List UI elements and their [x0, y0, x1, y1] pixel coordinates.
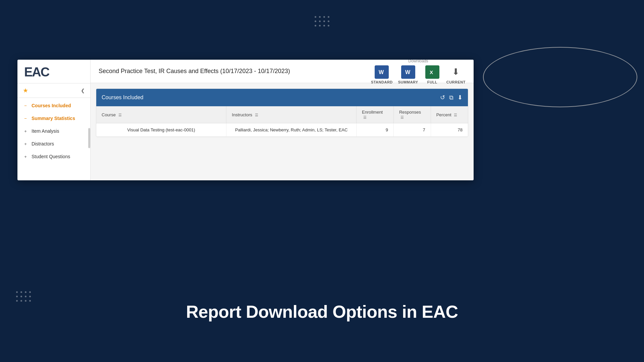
expand-icon: −: [23, 116, 28, 121]
column-header-responses: Responses ☰: [393, 106, 431, 123]
sidebar-item-label: Summary Statistics: [32, 116, 75, 121]
sidebar-logo-area: EAC: [17, 60, 90, 83]
svg-text:X: X: [430, 69, 433, 75]
download-table-icon[interactable]: ⬇: [458, 94, 463, 101]
app-window: EAC ★ ❮ − Courses Included − Summary Sta…: [17, 60, 474, 180]
main-header: Second Practice Test, IR Causes and Effe…: [91, 60, 474, 83]
external-link-icon[interactable]: ⧉: [449, 94, 453, 101]
download-full-button[interactable]: X FULL: [424, 65, 441, 84]
sidebar-item-label: Student Questions: [32, 154, 70, 159]
column-header-instructors: Instructors ☰: [226, 106, 357, 123]
download-standard-button[interactable]: W STANDARD: [371, 65, 393, 84]
cell-percent: 78: [431, 123, 468, 137]
table-header-bar: Courses Included ↺ ⧉ ⬇: [96, 89, 468, 106]
sort-icon-instructors[interactable]: ☰: [255, 113, 258, 117]
sidebar-item-distractors[interactable]: + Distractors: [17, 137, 90, 150]
courses-table: Course ☰ Instructors ☰ Enrollment ☰: [96, 106, 468, 137]
collapse-icon[interactable]: ❮: [81, 88, 85, 93]
column-header-enrollment: Enrollment ☰: [357, 106, 394, 123]
sort-icon-course[interactable]: ☰: [118, 113, 122, 117]
sidebar-item-item-analysis[interactable]: + Item Analysis: [17, 125, 90, 137]
sidebar-item-label: Item Analysis: [32, 128, 59, 134]
cell-enrollment: 9: [357, 123, 394, 137]
download-current-icon: ⬇: [449, 65, 463, 79]
refresh-icon[interactable]: ↺: [440, 94, 445, 101]
expand-icon: +: [23, 141, 28, 146]
sort-icon-percent[interactable]: ☰: [454, 113, 457, 117]
column-header-percent: Percent ☰: [431, 106, 468, 123]
bottom-left-dot-decoration: [16, 291, 31, 302]
sidebar-item-courses-included[interactable]: − Courses Included: [17, 99, 90, 112]
cell-instructors: Palliardi, Jessica; Newberry, Ruth; Admi…: [226, 123, 357, 137]
expand-icon: +: [23, 129, 28, 134]
download-buttons: W STANDARD W SUMMARY: [371, 65, 466, 84]
sidebar-item-student-questions[interactable]: + Student Questions: [17, 150, 90, 163]
top-dot-decoration: [315, 16, 329, 26]
cell-responses: 7: [393, 123, 431, 137]
expand-icon: +: [23, 154, 28, 159]
sort-icon-responses[interactable]: ☰: [400, 115, 404, 120]
excel-full-icon: X: [425, 65, 439, 79]
column-header-course: Course ☰: [96, 106, 226, 123]
download-current-button[interactable]: ⬇ CURRENT: [446, 65, 466, 84]
logo: EAC: [24, 66, 49, 78]
word-standard-icon: W: [375, 65, 389, 79]
sidebar-item-label: Distractors: [32, 141, 54, 146]
courses-table-container: Courses Included ↺ ⧉ ⬇ Course ☰: [96, 88, 468, 137]
table-row: Visual Data Testing (test-eac-0001) Pall…: [96, 123, 468, 137]
downloads-section: Downloads W STANDARD: [371, 60, 466, 84]
main-content: Second Practice Test, IR Causes and Effe…: [91, 60, 474, 180]
expand-icon: −: [23, 103, 28, 108]
svg-text:W: W: [379, 69, 384, 75]
sidebar-top-icons: ★ ❮: [17, 83, 90, 98]
table-title: Courses Included: [102, 95, 440, 101]
sidebar-item-label: Courses Included: [32, 103, 71, 108]
bottom-title: Report Download Options in EAC: [0, 302, 644, 322]
sort-icon-enrollment[interactable]: ☰: [363, 115, 367, 120]
downloads-label: Downloads: [408, 60, 428, 63]
page-title: Second Practice Test, IR Causes and Effe…: [99, 68, 290, 75]
table-actions: ↺ ⧉ ⬇: [440, 94, 463, 101]
svg-text:W: W: [405, 69, 411, 75]
download-summary-button[interactable]: W SUMMARY: [398, 65, 418, 84]
sidebar-nav: − Courses Included − Summary Statistics …: [17, 98, 90, 180]
sidebar: EAC ★ ❮ − Courses Included − Summary Sta…: [17, 60, 91, 180]
word-summary-icon: W: [401, 65, 415, 79]
oval-annotation: [483, 47, 637, 107]
sidebar-item-summary-statistics[interactable]: − Summary Statistics: [17, 112, 90, 125]
star-icon[interactable]: ★: [23, 87, 28, 94]
cell-course: Visual Data Testing (test-eac-0001): [96, 123, 226, 137]
table-area: Courses Included ↺ ⧉ ⬇ Course ☰: [91, 83, 474, 180]
